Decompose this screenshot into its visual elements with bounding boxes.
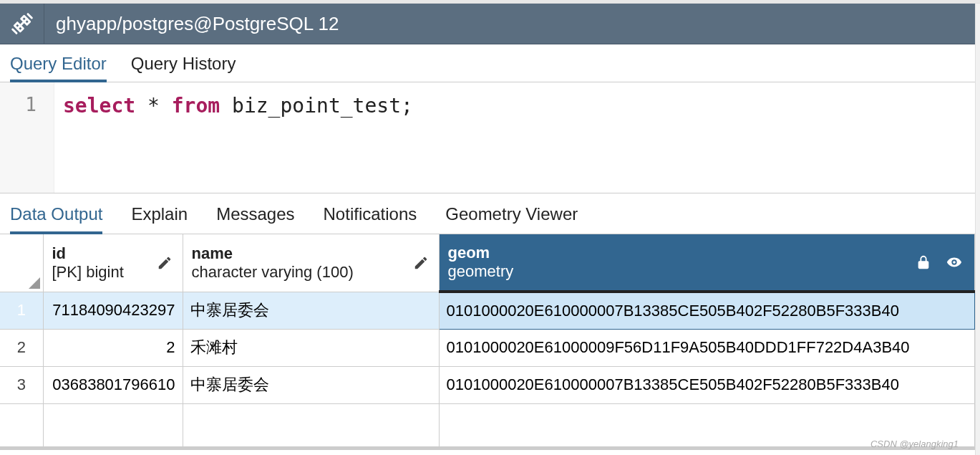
sql-table: biz_point_test [220,94,401,118]
table-row[interactable]: 3 03683801796610 中寨居委会 0101000020E610000… [0,366,975,403]
tab-query-editor[interactable]: Query Editor [10,44,107,82]
query-tool-panel: ghyapp/postgres@PostgreSQL 12 Query Edit… [0,4,980,455]
sql-keyword: from [172,94,220,118]
tab-notifications[interactable]: Notifications [324,193,417,234]
cell-geom[interactable]: 0101000020E610000007B13385CE505B402F5228… [439,366,975,403]
scrollbar-vertical[interactable] [975,4,980,455]
row-number[interactable]: 1 [0,292,43,329]
column-name: id [52,244,174,263]
sql-editor[interactable]: 1 select * from biz_point_test; [0,82,980,193]
sql-keyword: select [63,94,135,118]
resize-handle[interactable] [0,447,975,450]
column-type: [PK] bigint [52,263,174,282]
column-name: name [192,244,430,263]
title-bar: ghyapp/postgres@PostgreSQL 12 [0,4,980,44]
column-header-geom[interactable]: geom geometry [439,234,975,292]
column-type: character varying (100) [192,263,430,282]
tab-messages[interactable]: Messages [216,193,294,234]
cell-name[interactable]: 中寨居委会 [183,292,439,329]
result-grid[interactable]: id [PK] bigint name character varying (1… [0,234,975,447]
grid-header-row: id [PK] bigint name character varying (1… [0,234,975,292]
eye-icon[interactable] [944,254,964,270]
watermark: CSDN @yelangking1 [870,439,959,449]
editor-tabs: Query Editor Query History [0,44,980,82]
column-header-id[interactable]: id [PK] bigint [43,234,183,292]
cell-name[interactable]: 禾滩村 [183,329,439,366]
column-name: geom [448,244,966,262]
pencil-icon[interactable] [157,255,173,271]
connection-title: ghyapp/postgres@PostgreSQL 12 [44,13,339,35]
row-number[interactable]: 3 [0,366,43,403]
cell-name[interactable]: 中寨居委会 [183,366,439,403]
tab-query-history[interactable]: Query History [131,44,236,82]
tab-explain[interactable]: Explain [131,193,188,234]
column-type: geometry [448,262,966,281]
cell-geom[interactable]: 0101000020E610000007B13385CE505B402F5228… [439,292,975,329]
sql-star: * [135,94,172,118]
cell-id[interactable]: 71184090423297 [43,292,183,329]
cell-id[interactable]: 03683801796610 [43,366,183,403]
cell-geom[interactable]: 0101000020E61000009F56D11F9A505B40DDD1FF… [439,329,975,366]
lock-icon [916,254,931,270]
tab-data-output[interactable]: Data Output [10,193,102,234]
connection-icon [0,4,44,44]
column-header-name[interactable]: name character varying (100) [183,234,439,292]
editor-gutter: 1 [0,82,54,193]
row-number[interactable]: 2 [0,329,43,366]
tab-geometry-viewer[interactable]: Geometry Viewer [445,193,578,234]
cell-id[interactable]: 2 [43,329,183,366]
table-row[interactable]: 1 71184090423297 中寨居委会 0101000020E610000… [0,292,975,329]
table-row[interactable]: 2 2 禾滩村 0101000020E61000009F56D11F9A505B… [0,329,975,366]
empty-row [0,403,975,446]
code-area[interactable]: select * from biz_point_test; [54,82,413,193]
pencil-icon[interactable] [413,255,429,271]
sql-semicolon: ; [401,94,413,118]
line-number: 1 [0,94,37,115]
select-all-triangle-icon[interactable] [29,277,40,289]
grid-corner-cell[interactable] [0,234,43,292]
output-tabs: Data Output Explain Messages Notificatio… [0,193,980,234]
